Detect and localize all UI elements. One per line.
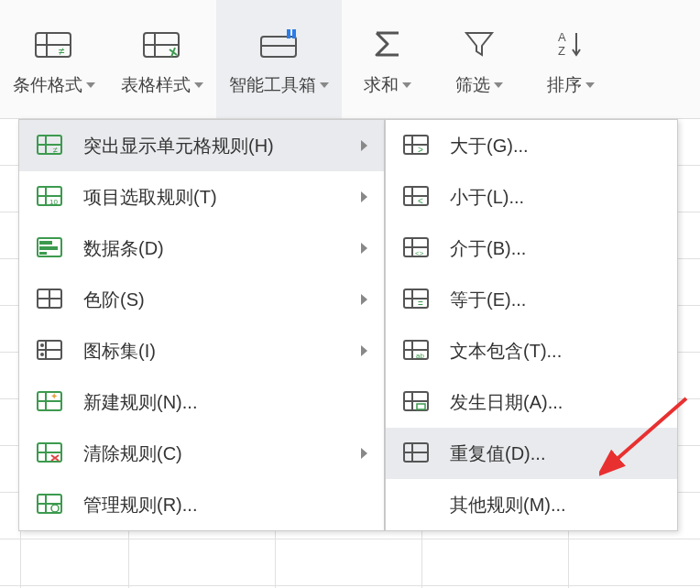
submenu-text-contains[interactable]: ab 文本包含(T)... (386, 325, 677, 376)
label-text: 表格样式 (121, 73, 191, 97)
svg-text:Z: Z (558, 44, 565, 58)
clear-rule-icon (36, 441, 65, 466)
menu-label: 数据条(D) (83, 236, 361, 261)
label-text: 筛选 (455, 73, 490, 97)
top-bottom-icon: 10 (36, 184, 65, 210)
svg-rect-23 (39, 241, 52, 245)
menu-label: 发生日期(A)... (450, 390, 661, 415)
submenu-greater[interactable]: > 大于(G)... (386, 120, 677, 171)
submenu-other-rules[interactable]: 其他规则(M)... (386, 479, 677, 530)
svg-point-31 (40, 353, 44, 356)
submenu-arrow-icon (361, 191, 367, 202)
svg-text:<: < (418, 196, 423, 206)
conditional-format-menu: ≠ 突出显示单元格规则(H) 10 项目选取规则(T) 数据条(D) 色阶(S)… (18, 119, 385, 531)
dropdown-arrow-icon (494, 82, 503, 88)
smart-toolbox-icon (259, 22, 300, 66)
submenu-less[interactable]: < 小于(L)... (386, 171, 677, 223)
svg-text:A: A (558, 30, 566, 44)
submenu-arrow-icon (361, 345, 367, 356)
menu-highlight-cells[interactable]: ≠ 突出显示单元格规则(H) (19, 120, 384, 171)
manage-rule-icon (36, 492, 65, 517)
svg-text:10: 10 (49, 198, 58, 206)
greater-icon: > (402, 133, 432, 158)
icon-set-icon (36, 338, 65, 364)
menu-label: 突出显示单元格规则(H) (83, 134, 361, 158)
svg-point-30 (40, 343, 44, 347)
menu-top-bottom[interactable]: 10 项目选取规则(T) (19, 171, 384, 223)
submenu-arrow-icon (361, 294, 367, 305)
menu-label: 新建规则(N)... (83, 390, 367, 415)
menu-label: 项目选取规则(T) (83, 185, 361, 210)
menu-label: 管理规则(R)... (83, 493, 367, 517)
filter-button[interactable]: 筛选 (433, 0, 525, 118)
svg-text:<>: <> (415, 249, 424, 257)
menu-label: 图标集(I) (83, 339, 361, 364)
svg-text:=: = (418, 299, 423, 309)
submenu-arrow-icon (361, 243, 367, 254)
menu-label: 文本包含(T)... (450, 339, 661, 364)
dropdown-arrow-icon (402, 82, 411, 88)
text-contains-icon: ab (402, 338, 432, 364)
menu-data-bars[interactable]: 数据条(D) (19, 223, 384, 274)
blank-icon (402, 492, 432, 517)
svg-text:>: > (418, 145, 423, 155)
sort-icon: AZ (554, 22, 587, 66)
svg-rect-10 (292, 29, 296, 38)
label-text: 求和 (364, 73, 399, 97)
conditional-format-icon: ≠ (34, 22, 74, 66)
dropdown-arrow-icon (194, 82, 203, 88)
smart-toolbox-button[interactable]: 智能工具箱 (216, 0, 342, 118)
sum-button[interactable]: 求和 (342, 0, 433, 118)
label-text: 条件格式 (13, 73, 82, 97)
menu-manage-rule[interactable]: 管理规则(R)... (19, 479, 384, 530)
submenu-duplicate[interactable]: 重复值(D)... (386, 428, 677, 479)
table-style-button[interactable]: 表格样式 (108, 0, 216, 118)
svg-rect-24 (39, 246, 58, 250)
label-text: 排序 (547, 73, 582, 97)
duplicate-icon (402, 441, 432, 466)
sort-button[interactable]: AZ 排序 (525, 0, 617, 118)
submenu-arrow-icon (361, 448, 367, 459)
ribbon-toolbar: ≠ 条件格式 表格样式 智能工具箱 求和 筛选 AZ 排序 (0, 0, 700, 119)
svg-text:≠: ≠ (53, 146, 58, 155)
menu-label: 重复值(D)... (450, 441, 661, 466)
table-style-icon (142, 22, 182, 66)
menu-label: 介于(B)... (450, 236, 661, 261)
equal-icon: = (402, 287, 432, 312)
between-icon: <> (402, 235, 432, 261)
menu-new-rule[interactable]: ✦ 新建规则(N)... (19, 376, 384, 428)
date-icon (402, 389, 432, 415)
conditional-format-button[interactable]: ≠ 条件格式 (0, 0, 108, 118)
menu-label: 清除规则(C) (83, 441, 361, 466)
svg-text:ab: ab (416, 352, 424, 360)
menu-clear-rule[interactable]: 清除规则(C) (19, 428, 384, 479)
svg-text:✦: ✦ (50, 391, 58, 401)
menu-label: 色阶(S) (83, 288, 361, 312)
svg-rect-68 (417, 404, 425, 409)
dropdown-arrow-icon (320, 82, 329, 88)
menu-label: 小于(L)... (450, 185, 661, 210)
color-scale-icon (36, 287, 65, 312)
dropdown-arrow-icon (585, 82, 595, 88)
label-text: 智能工具箱 (229, 73, 316, 97)
svg-rect-25 (39, 252, 47, 255)
new-rule-icon: ✦ (36, 389, 65, 415)
submenu-date[interactable]: 发生日期(A)... (386, 376, 677, 428)
menu-color-scale[interactable]: 色阶(S) (19, 274, 384, 325)
sum-icon (371, 22, 404, 66)
submenu-between[interactable]: <> 介于(B)... (386, 223, 677, 274)
menu-icon-set[interactable]: 图标集(I) (19, 325, 384, 376)
submenu-arrow-icon (361, 140, 367, 151)
menu-label: 大于(G)... (450, 134, 661, 158)
menu-label: 其他规则(M)... (450, 493, 661, 517)
svg-point-44 (51, 505, 59, 512)
dropdown-arrow-icon (86, 82, 95, 88)
highlight-cells-submenu: > 大于(G)... < 小于(L)... <> 介于(B)... = 等于(E… (385, 119, 678, 531)
svg-text:≠: ≠ (59, 45, 65, 58)
data-bars-icon (36, 235, 65, 261)
submenu-equal[interactable]: = 等于(E)... (386, 274, 677, 325)
menu-label: 等于(E)... (450, 288, 661, 312)
filter-icon (463, 22, 496, 66)
svg-rect-9 (287, 29, 290, 38)
less-icon: < (402, 184, 432, 210)
